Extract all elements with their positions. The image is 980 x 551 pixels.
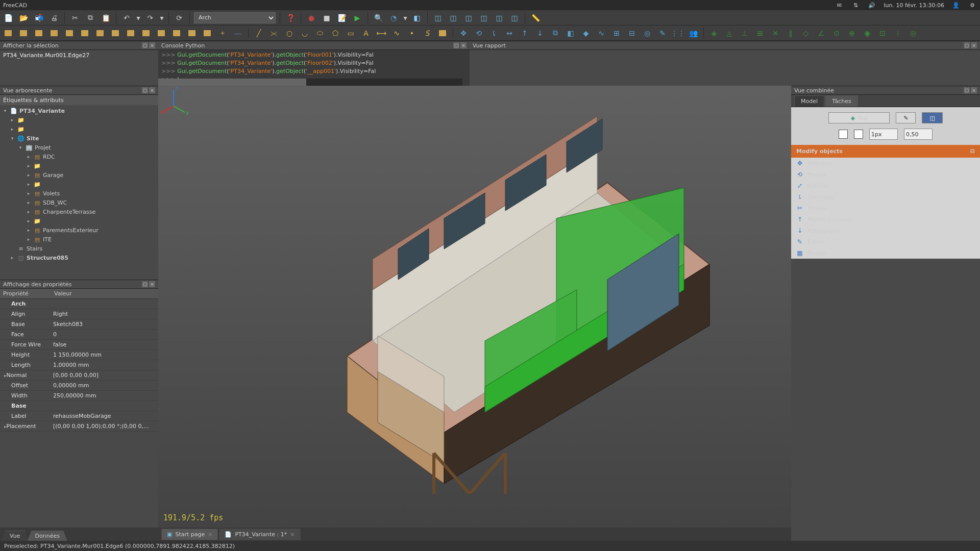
draft-addpoint-button[interactable]: ⊞ bbox=[610, 27, 623, 39]
linewidth-input[interactable] bbox=[869, 129, 898, 140]
property-row[interactable]: AlignRight bbox=[0, 309, 158, 319]
draft-delpoint-button[interactable]: ⊟ bbox=[626, 27, 638, 39]
draft-downgrade-button[interactable]: ↓ bbox=[534, 27, 546, 39]
python-scrollbar[interactable] bbox=[158, 79, 462, 86]
snap-angle-button[interactable]: ∠ bbox=[815, 27, 827, 39]
draft-rotate-button[interactable]: ⟲ bbox=[473, 27, 485, 39]
power-icon[interactable]: ⚙ bbox=[968, 1, 977, 10]
task-item[interactable]: ⟲Pivoter bbox=[791, 169, 980, 180]
view-iso-button[interactable]: ◧ bbox=[411, 12, 423, 24]
props-tab-data[interactable]: Données bbox=[28, 531, 67, 541]
task-section-header[interactable]: Modify objects⊟ bbox=[791, 145, 980, 158]
snap-perp-button[interactable]: ⊥ bbox=[739, 27, 751, 39]
tree-item[interactable]: ▸▤ITE bbox=[0, 235, 158, 244]
draft-clone-button[interactable]: 👥 bbox=[687, 27, 699, 39]
panel-close-button[interactable]: × bbox=[971, 42, 977, 48]
draft-text-button[interactable]: A bbox=[360, 27, 372, 39]
draft-dimension-button[interactable]: ⟷ bbox=[375, 27, 387, 39]
zoom-fit-button[interactable]: 🔍 bbox=[372, 12, 384, 24]
arch-building-button[interactable] bbox=[63, 27, 76, 39]
3d-viewport[interactable]: 191.9/5.2 fps y x z ▣Start page× 📄PT34_V… bbox=[158, 86, 791, 541]
view-rear-button[interactable]: ◫ bbox=[478, 12, 490, 24]
task-item[interactable]: ↓Rétrograder bbox=[791, 225, 980, 236]
view-bottom-button[interactable]: ◫ bbox=[493, 12, 505, 24]
drawstyle-dropdown[interactable]: ▾ bbox=[403, 12, 408, 24]
task-item[interactable]: ✂Trimex bbox=[791, 203, 980, 214]
property-row[interactable]: Offset0,00000 mm bbox=[0, 381, 158, 391]
undo-dropdown[interactable]: ▾ bbox=[136, 12, 141, 24]
draft-line-button[interactable]: ╱ bbox=[253, 27, 265, 39]
style-button[interactable]: ✎ bbox=[896, 112, 916, 123]
draft-array-button[interactable]: ⋮⋮ bbox=[672, 27, 684, 39]
panel-close-button[interactable]: × bbox=[971, 87, 977, 93]
draft-shapestring-button[interactable]: S bbox=[421, 27, 433, 39]
arch-roof-button[interactable] bbox=[140, 27, 152, 39]
tree-item[interactable]: ▸▤RDC bbox=[0, 152, 158, 161]
combo-tab-tasks[interactable]: Tâches bbox=[825, 95, 858, 107]
redo-button[interactable]: ↷ bbox=[144, 12, 156, 24]
property-row[interactable]: Width250,00000 mm bbox=[0, 391, 158, 401]
panel-float-button[interactable]: ▢ bbox=[453, 42, 459, 48]
snap-end-button[interactable]: ◇ bbox=[800, 27, 812, 39]
arch-wall-button[interactable] bbox=[2, 27, 14, 39]
draft-bspline-button[interactable]: ∿ bbox=[390, 27, 403, 39]
redo-dropdown[interactable]: ▾ bbox=[159, 12, 164, 24]
draft-move-button[interactable]: ✥ bbox=[457, 27, 470, 39]
property-grid[interactable]: Arch AlignRightBaseSketch083Face0Force W… bbox=[0, 299, 158, 528]
draft-edit-button[interactable]: ◆ bbox=[580, 27, 592, 39]
snap-dim-button[interactable]: ⟊ bbox=[892, 27, 904, 39]
fontsize-input[interactable] bbox=[904, 129, 933, 140]
task-item[interactable]: ⤢Échelle bbox=[791, 180, 980, 191]
close-icon[interactable]: × bbox=[290, 531, 295, 538]
draft-drawing-button[interactable]: ◧ bbox=[565, 27, 577, 39]
viewport-tab-document[interactable]: 📄PT34_Variante : 1*× bbox=[219, 529, 300, 540]
task-item[interactable]: ⤹Décalage bbox=[791, 191, 980, 203]
snap-grid-button[interactable]: ⊞ bbox=[754, 27, 766, 39]
arch-rebar-button[interactable] bbox=[33, 27, 45, 39]
measure-button[interactable]: 📏 bbox=[529, 12, 542, 24]
snap-ortho-button[interactable]: ⊡ bbox=[876, 27, 889, 39]
combo-tab-model[interactable]: Model bbox=[794, 95, 824, 107]
panel-close-button[interactable]: × bbox=[149, 281, 155, 287]
open-file-button[interactable]: 📂 bbox=[17, 12, 30, 24]
line-color-swatch[interactable] bbox=[839, 130, 848, 139]
draft-wiretobspline-button[interactable]: ∿ bbox=[595, 27, 607, 39]
draft-arc-button[interactable]: ◡ bbox=[299, 27, 311, 39]
arch-add-button[interactable]: ＋ bbox=[216, 27, 229, 39]
user-icon[interactable]: 👤 bbox=[951, 1, 961, 10]
task-item[interactable]: ✥Déplacer bbox=[791, 158, 980, 169]
snap-par-button[interactable]: ∥ bbox=[785, 27, 797, 39]
panel-close-button[interactable]: × bbox=[149, 87, 155, 93]
property-row[interactable]: Force Wirefalse bbox=[0, 340, 158, 350]
panel-close-button[interactable]: × bbox=[460, 42, 467, 48]
property-row[interactable]: Height1 150,00000 mm bbox=[0, 350, 158, 360]
snap-wp-button[interactable]: ◎ bbox=[907, 27, 919, 39]
panel-float-button[interactable]: ▢ bbox=[142, 42, 148, 48]
property-row[interactable]: ▸Normal[0,00 0,00 0,00] bbox=[0, 370, 158, 381]
view-right-button[interactable]: ◫ bbox=[462, 12, 475, 24]
task-item[interactable]: ▦Dessin bbox=[791, 247, 980, 259]
copy-button[interactable]: ⧉ bbox=[84, 12, 96, 24]
arch-axis-button[interactable] bbox=[125, 27, 137, 39]
panel-close-button[interactable]: × bbox=[149, 42, 155, 48]
draft-facebinder-button[interactable] bbox=[436, 27, 449, 39]
props-tab-view[interactable]: Vue bbox=[2, 531, 28, 541]
working-plane-button[interactable]: ◆Top bbox=[828, 112, 890, 123]
view-top-button[interactable]: ◫ bbox=[447, 12, 459, 24]
tree-view[interactable]: ▾📄PT34_Variante ▸📁 ▸📁 ▾🌐Site ▾🏢Projet ▸▤… bbox=[0, 105, 158, 280]
close-icon[interactable]: × bbox=[208, 531, 212, 538]
task-item[interactable]: ↑Mettre à niveau bbox=[791, 214, 980, 225]
tree-item[interactable]: ▸▤Volets bbox=[0, 189, 158, 198]
draft-ellipse-button[interactable]: ⬭ bbox=[314, 27, 326, 39]
macro-stop-button[interactable]: ■ bbox=[321, 12, 333, 24]
property-row[interactable]: Length1,00000 mm bbox=[0, 360, 158, 370]
panel-float-button[interactable]: ▢ bbox=[142, 281, 148, 287]
python-console[interactable]: >>> Gui.getDocument('PT34_Variante').get… bbox=[158, 50, 470, 86]
arch-site-button[interactable] bbox=[79, 27, 91, 39]
collapse-icon[interactable]: ⊟ bbox=[970, 148, 975, 155]
property-row[interactable]: Face0 bbox=[0, 330, 158, 340]
draft-circle-button[interactable]: ○ bbox=[283, 27, 296, 39]
cut-button[interactable]: ✂ bbox=[69, 12, 81, 24]
tree-item[interactable]: ▸📁 bbox=[0, 161, 158, 170]
draft-rectangle-button[interactable]: ▭ bbox=[345, 27, 357, 39]
